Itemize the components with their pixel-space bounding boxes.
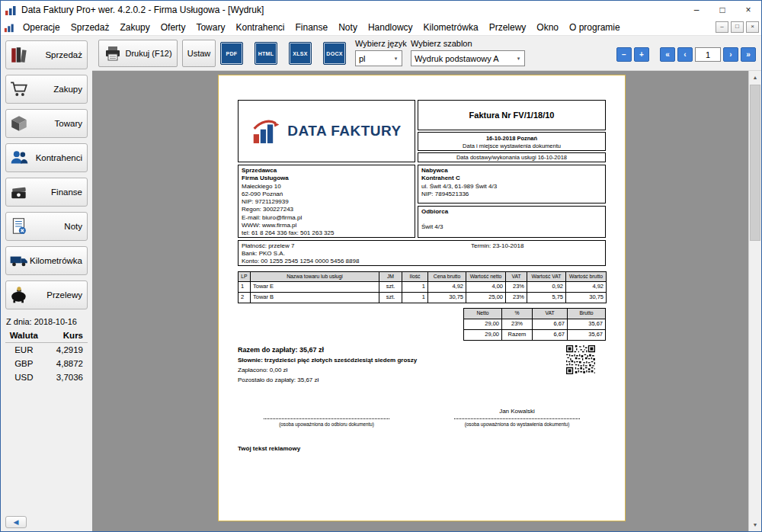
menu-item-zakupy[interactable]: Zakupy (114, 20, 155, 35)
item-lp: 2 (239, 292, 251, 303)
menu-item-kontrahenci[interactable]: Kontrahenci (230, 20, 290, 35)
item-name: Towar B (251, 292, 379, 303)
seller-line: Firma Usługowa (242, 175, 411, 182)
main-area: Sprzedaż Zakupy Towary Kontrahenci Finan… (1, 36, 761, 531)
next-page-button[interactable]: › (723, 47, 738, 62)
print-button-label: Drukuj (F12) (125, 49, 171, 58)
vat-gross: 35,67 (568, 319, 606, 329)
menu-item-operacje[interactable]: Operacje (18, 20, 66, 35)
first-page-button[interactable]: « (660, 47, 675, 62)
vertical-scrollbar: ▲ ▼ (748, 71, 761, 531)
mdi-minimize-icon[interactable]: – (716, 21, 728, 33)
scroll-up-icon[interactable]: ▲ (749, 71, 761, 84)
xlsx-label: XLSX (293, 51, 307, 56)
window-title: Data Faktury Pro+ wer. 4.2.0.2 - Firma U… (21, 5, 684, 15)
mdi-close-icon[interactable]: × (746, 21, 759, 33)
vat-rate: Razem (502, 329, 533, 340)
page-number-input[interactable] (695, 47, 721, 62)
menu-item-okno[interactable]: Okno (531, 20, 564, 35)
receiver-box: Odbiorca Świt 4/3 (418, 206, 606, 238)
signature-line (454, 418, 580, 419)
payment-term: Termin: 23-10-2018 (471, 242, 523, 250)
items-header: Cena brutto (428, 272, 466, 282)
box-icon (9, 114, 29, 133)
sidebar-item-finanse[interactable]: Finanse (5, 178, 88, 207)
language-value: pl (359, 54, 390, 63)
seller-line: E-mail: biuro@firma.pl (242, 214, 411, 222)
item-vat-rate: 23% (506, 292, 527, 303)
collapse-sidebar-button[interactable]: ◀ (5, 516, 27, 528)
menu-item-noty[interactable]: Noty (333, 20, 363, 35)
last-page-button[interactable]: » (741, 47, 756, 62)
export-docx-button[interactable]: DOCX (323, 42, 346, 65)
vat-total-row: 29,00 Razem 6,67 35,67 (464, 329, 606, 340)
invoice-parties: Sprzedawca Firma Usługowa Małeckiego 10 … (238, 165, 606, 238)
payment-box: Płatność: przelew 7 Bank: PKO S.A. Konto… (238, 240, 606, 266)
menu-item-przelewy[interactable]: Przelewy (484, 20, 532, 35)
settings-button-label: Ustaw (187, 49, 211, 58)
close-icon[interactable]: × (735, 1, 761, 19)
zoom-in-button[interactable]: + (634, 47, 649, 62)
sidebar-item-kilometrowka[interactable]: Kilometrówka (5, 246, 88, 275)
sidebar-item-towary[interactable]: Towary (5, 109, 88, 138)
issue-date-place: 16-10-2018 Poznań (418, 135, 605, 143)
buyer-label: Nabywca (421, 167, 602, 175)
vat-row: 29,00 23% 6,67 35,67 (464, 319, 606, 329)
sidebar-item-sprzedaz[interactable]: Sprzedaż (5, 40, 88, 69)
template-select[interactable]: Wydruk podstawowy A ▾ (411, 50, 525, 66)
seller-line: Regon: 300227243 (242, 206, 411, 213)
prev-page-button[interactable]: ‹ (677, 47, 693, 62)
settings-button[interactable]: Ustaw (182, 40, 216, 67)
mdi-restore-icon[interactable]: □ (731, 21, 744, 33)
amount-paid: Zapłacono: 0,00 zł (238, 365, 417, 375)
sidebar-item-zakupy[interactable]: Zakupy (5, 75, 88, 104)
zoom-out-button[interactable]: − (616, 47, 632, 62)
sidebar-item-label: Sprzedaż (29, 50, 82, 59)
menu-item-handlowcy[interactable]: Handlowcy (363, 20, 418, 35)
sidebar-item-noty[interactable]: Noty (5, 212, 88, 241)
vat-amount: 6,67 (533, 329, 568, 340)
print-preview-area: DATA FAKTURY Faktura Nr FV/1/18/10 16-10… (92, 71, 761, 531)
pdf-label: PDF (226, 51, 238, 56)
export-xlsx-button[interactable]: XLSX (289, 42, 312, 65)
vat-gross: 35,67 (568, 329, 606, 340)
export-html-button[interactable]: HTML (255, 42, 277, 65)
signatures-section: (osoba upoważniona do odbioru dokumentu)… (238, 408, 606, 427)
scrollbar-thumb[interactable] (750, 85, 760, 241)
menu-item-o-programie[interactable]: O programie (564, 20, 626, 35)
language-select[interactable]: pl ▾ (355, 50, 402, 66)
docx-label: DOCX (326, 51, 342, 56)
vat-summary-table: Netto % VAT Brutto 29,00 23% 6,67 35,67 (463, 308, 606, 341)
scroll-down-icon[interactable]: ▼ (749, 518, 761, 531)
app-menu-icon[interactable] (4, 22, 14, 33)
menu-item-towary[interactable]: Towary (190, 20, 230, 35)
menu-item-kilometrowka[interactable]: Kilometrówka (418, 20, 484, 35)
menu-item-oferty[interactable]: Oferty (155, 20, 191, 35)
invoice-items-table: LP Nazwa towaru lub usługi JM Ilość Cena… (238, 271, 607, 303)
buyer-box: Nabywca Kontrahent C ul. Świt 4/3, 61-98… (418, 165, 606, 204)
rates-date: Z dnia: 2018-10-16 (6, 317, 88, 326)
invoice-page: DATA FAKTURY Faktura Nr FV/1/18/10 16-10… (218, 75, 626, 521)
export-pdf-button[interactable]: PDF (220, 42, 243, 65)
seller-line: tel: 61 8 264 336 fax: 501 263 325 (242, 229, 411, 237)
payment-line: Płatność: przelew 7 (242, 242, 602, 250)
amount-in-words: Słownie: trzydzieści pięć złotych sześćd… (238, 355, 417, 365)
template-value: Wydruk podstawowy A (415, 54, 513, 63)
menu-item-sprzedaz[interactable]: Sprzedaż (66, 20, 115, 35)
currency-rate: 3,7036 (43, 370, 88, 384)
invoice-header-right: Faktura Nr FV/1/18/10 16-10-2018 Poznań … (418, 100, 606, 162)
item-qty: 1 (402, 281, 428, 292)
menu-item-finanse[interactable]: Finanse (290, 20, 334, 35)
rates-row-gbp: GBP 4,8872 (5, 357, 88, 370)
sidebar-item-label: Przelewy (29, 290, 82, 300)
vat-net: 29,00 (464, 329, 502, 340)
currency-rate: 4,2919 (43, 343, 88, 357)
minimize-icon[interactable]: – (684, 1, 709, 19)
maximize-icon[interactable]: □ (709, 1, 735, 19)
totals-text: Razem do zapłaty: 35,67 zł Słownie: trzy… (238, 345, 417, 385)
books-icon (9, 45, 29, 65)
sidebar-item-przelewy[interactable]: Przelewy (5, 280, 88, 309)
sidebar-item-kontrahenci[interactable]: Kontrahenci (5, 143, 88, 172)
print-button[interactable]: Drukuj (F12) (98, 40, 178, 67)
issue-caption: Data i miejsce wystawienia dokumentu (418, 143, 605, 150)
